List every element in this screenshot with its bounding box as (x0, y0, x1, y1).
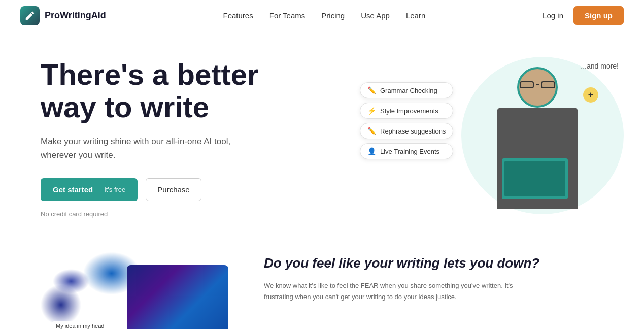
login-button[interactable]: Log in (543, 11, 563, 20)
nav-for-teams[interactable]: For Teams (269, 11, 306, 20)
person-glasses (520, 81, 555, 88)
pill-training: 👤 Live Training Events (360, 143, 453, 159)
nav-features[interactable]: Features (223, 11, 253, 20)
rephrase-icon: ✏️ (367, 127, 376, 135)
logo-icon (20, 6, 40, 25)
pen-icon (24, 10, 36, 21)
purchase-button[interactable]: Purchase (146, 178, 201, 201)
artwork-card-2 (127, 265, 228, 329)
person-figure (482, 67, 593, 214)
nav-learn[interactable]: Learn (406, 11, 425, 20)
section2-body: We know what it's like to feel the FEAR … (264, 280, 518, 303)
section2-artwork: My idea in my head (41, 250, 233, 329)
hero-buttons: Get started — it's free Purchase (41, 178, 259, 201)
hero-title: There's a better way to write (41, 58, 259, 123)
hero-section: There's a better way to write Make your … (0, 31, 644, 240)
style-icon: ⚡ (367, 107, 376, 115)
my-idea-label: My idea in my head (51, 321, 109, 329)
grammar-icon: ✏️ (367, 86, 376, 94)
person-body (497, 108, 578, 209)
section2-content: Do you feel like your writing lets you d… (264, 250, 603, 303)
pill-style: ⚡ Style Improvements (360, 103, 453, 119)
section2-title: Do you feel like your writing lets you d… (264, 255, 603, 272)
logo-text: ProWritingAid (45, 10, 106, 21)
person-laptop (502, 158, 568, 199)
nav-links: Features For Teams Pricing Use App Learn (223, 11, 426, 20)
navbar: ProWritingAid Features For Teams Pricing… (0, 0, 644, 31)
get-started-button[interactable]: Get started — it's free (41, 178, 138, 201)
section2: My idea in my head Do you feel like your… (0, 240, 644, 329)
hero-left: There's a better way to write Make your … (41, 58, 259, 218)
hero-illustration: ✏️ Grammar Checking ⚡ Style Improvements… (390, 57, 603, 219)
no-credit-text: No credit card required (41, 210, 259, 218)
training-icon: 👤 (367, 147, 376, 155)
pill-grammar: ✏️ Grammar Checking (360, 82, 453, 98)
nav-right: Log in Sign up (543, 6, 624, 25)
pill-rephrase: ✏️ Rephrase suggestions (360, 123, 453, 139)
feature-pills: ✏️ Grammar Checking ⚡ Style Improvements… (360, 82, 453, 159)
hero-subtitle: Make your writing shine with our all-in-… (41, 135, 244, 162)
nav-use-app[interactable]: Use App (361, 11, 390, 20)
signup-button[interactable]: Sign up (573, 6, 624, 25)
nav-pricing[interactable]: Pricing (321, 11, 345, 20)
logo-link[interactable]: ProWritingAid (20, 6, 106, 25)
